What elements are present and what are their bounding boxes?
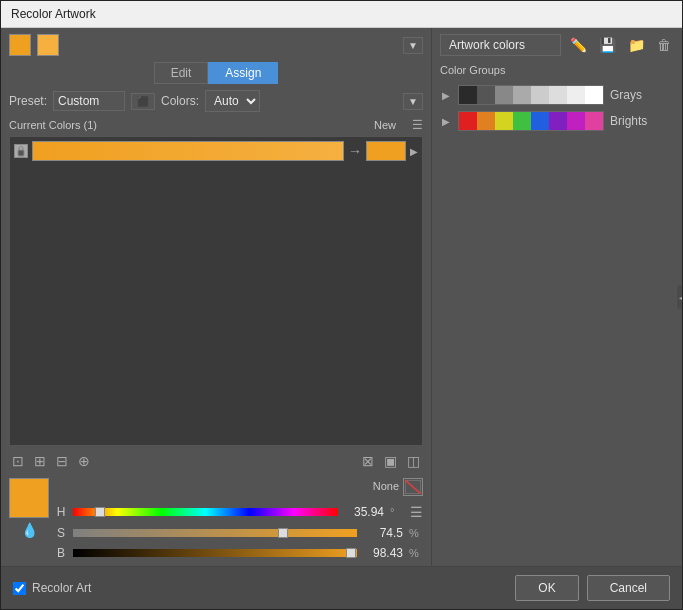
delete-icon[interactable]: 🗑 — [654, 35, 674, 55]
new-group-icon[interactable]: 📁 — [625, 35, 648, 55]
list-icon[interactable]: ☰ — [412, 118, 423, 132]
h-slider[interactable] — [73, 508, 338, 516]
tab-edit[interactable]: Edit — [154, 62, 209, 84]
tab-bar: Edit Assign — [9, 62, 423, 84]
preset-row: Preset: Custom 1 Color Job 2 Color Job ⬛… — [9, 90, 423, 112]
color-mapping-area: → ▶ — [9, 136, 423, 446]
title-bar: Recolor Artwork — [1, 1, 682, 28]
color-group-brights[interactable]: ▶ Brights — [440, 108, 674, 134]
colors-label: Colors: — [161, 94, 199, 108]
new-color-bar[interactable] — [366, 141, 406, 161]
preset-icon-btn[interactable]: ⬛ — [131, 93, 155, 110]
top-bar: ▼ — [9, 34, 423, 56]
tool-icon-1[interactable]: ⊡ — [9, 452, 27, 470]
eye-dropper-icon[interactable]: 💧 — [21, 522, 38, 538]
right-top-bar: Artwork colors ✏️ 💾 📁 🗑 — [440, 34, 674, 56]
slider-row-h: H 35.94 ° ☰ — [55, 504, 423, 520]
arrow-right-icon: → — [348, 143, 362, 159]
h-unit: ° — [390, 506, 404, 518]
right-spacer — [440, 134, 674, 560]
footer-buttons: OK Cancel — [515, 575, 670, 601]
tool-icon-3[interactable]: ⊟ — [53, 452, 71, 470]
tool-icon-6[interactable]: ▣ — [381, 452, 400, 470]
colors-dropdown-btn[interactable]: ▼ — [403, 93, 423, 110]
none-label: None — [373, 480, 399, 492]
tool-icon-4[interactable]: ⊕ — [75, 452, 93, 470]
preset-label: Preset: — [9, 94, 47, 108]
ok-button[interactable]: OK — [515, 575, 578, 601]
expand-row-icon[interactable]: ▶ — [410, 146, 418, 157]
tool-icons-right: ⊠ ▣ ◫ — [359, 452, 423, 470]
expand-brights-icon[interactable]: ▶ — [442, 116, 452, 127]
s-label: S — [55, 526, 67, 540]
dialog-title: Recolor Artwork — [11, 7, 96, 21]
recolor-art-checkbox-row[interactable]: Recolor Art — [13, 581, 91, 595]
swatch-orange-2[interactable] — [37, 34, 59, 56]
none-swatch-icon[interactable] — [403, 478, 423, 496]
h-menu-icon[interactable]: ☰ — [410, 504, 423, 520]
panel-expander[interactable]: ◀ — [676, 285, 682, 310]
s-value: 74.5 — [363, 526, 403, 540]
s-slider[interactable] — [73, 529, 357, 537]
slider-row-b: B 98.43 % — [55, 546, 423, 560]
svg-rect-0 — [18, 150, 24, 156]
main-content: ▼ Edit Assign Preset: Custom 1 Color Job… — [1, 28, 682, 566]
sliders-area: None H 35.9 — [55, 478, 423, 560]
color-swatch-large[interactable] — [9, 478, 49, 518]
h-label: H — [55, 505, 67, 519]
slider-row-s: S 74.5 % — [55, 526, 423, 540]
b-value: 98.43 — [363, 546, 403, 560]
lock-icon[interactable] — [14, 144, 28, 158]
b-slider[interactable] — [73, 549, 357, 557]
cancel-button[interactable]: Cancel — [587, 575, 670, 601]
preset-select[interactable]: Custom 1 Color Job 2 Color Job — [53, 91, 125, 111]
recolor-art-label[interactable]: Recolor Art — [32, 581, 91, 595]
new-label: New — [374, 119, 396, 131]
color-mapping-row: → ▶ — [12, 139, 420, 163]
expand-grays-icon[interactable]: ▶ — [442, 90, 452, 101]
current-colors-header: Current Colors (1) New ☰ — [9, 118, 423, 132]
swatch-orange-1[interactable] — [9, 34, 31, 56]
tab-assign[interactable]: Assign — [208, 62, 278, 84]
current-colors-label: Current Colors (1) — [9, 119, 97, 131]
b-unit: % — [409, 547, 423, 559]
grays-swatch-strip — [458, 85, 604, 105]
left-panel: ▼ Edit Assign Preset: Custom 1 Color Job… — [1, 28, 432, 566]
tool-icons-left: ⊡ ⊞ ⊟ ⊕ — [9, 452, 93, 470]
brights-swatch-strip — [458, 111, 604, 131]
tool-icon-2[interactable]: ⊞ — [31, 452, 49, 470]
save-icon[interactable]: 💾 — [596, 35, 619, 55]
recolor-art-checkbox[interactable] — [13, 582, 26, 595]
artwork-colors-dropdown[interactable]: Artwork colors — [440, 34, 561, 56]
bottom-tools: ⊡ ⊞ ⊟ ⊕ ⊠ ▣ ◫ — [9, 450, 423, 472]
color-groups-label: Color Groups — [440, 64, 674, 76]
h-value: 35.94 — [344, 505, 384, 519]
tool-icon-5[interactable]: ⊠ — [359, 452, 377, 470]
brights-label: Brights — [610, 114, 647, 128]
harmony-dropdown[interactable]: ▼ — [403, 37, 423, 54]
s-unit: % — [409, 527, 423, 539]
tool-icon-7[interactable]: ◫ — [404, 452, 423, 470]
grays-label: Grays — [610, 88, 642, 102]
b-label: B — [55, 546, 67, 560]
recolor-artwork-dialog: Recolor Artwork ▼ Edit Assign Preset: Cu… — [0, 0, 683, 610]
right-panel: ◀ Artwork colors ✏️ 💾 📁 🗑 Color Groups ▶ — [432, 28, 682, 566]
current-color-bar[interactable] — [32, 141, 344, 161]
colors-select[interactable]: Auto 123 — [205, 90, 260, 112]
color-group-grays[interactable]: ▶ Grays — [440, 82, 674, 108]
footer: Recolor Art OK Cancel — [1, 566, 682, 609]
edit-pencil-icon[interactable]: ✏️ — [567, 35, 590, 55]
